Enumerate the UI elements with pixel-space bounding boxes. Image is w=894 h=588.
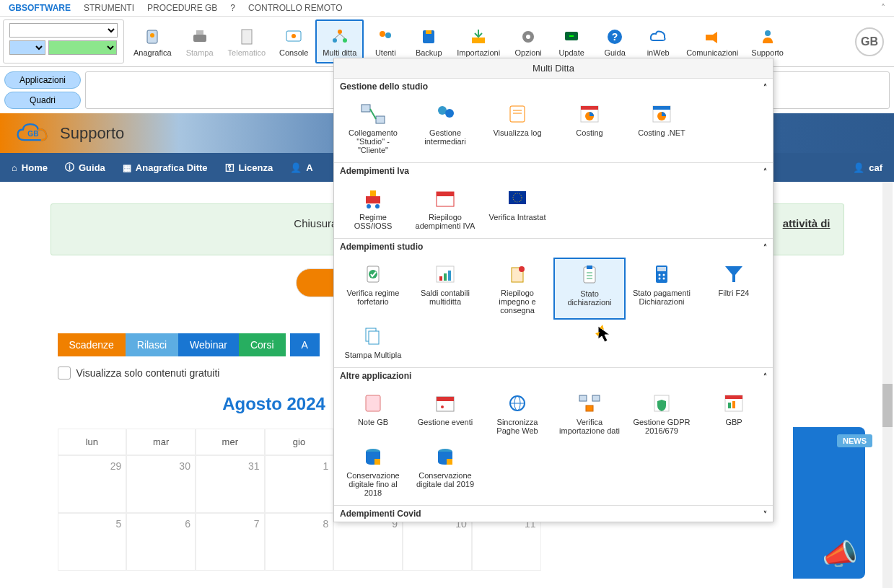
svg-rect-75 (592, 395, 600, 401)
item-label: Gestione intermediari (413, 128, 478, 146)
tab-corsi[interactable]: Corsi (239, 333, 286, 356)
ribbon-backup[interactable]: Backup (407, 19, 450, 63)
applicazioni-button[interactable]: Applicazioni (4, 71, 81, 89)
ribbon-multi-ditta[interactable]: Multi ditta (315, 19, 364, 63)
dropdown-section-altre-applicazioni[interactable]: Altre applicazioni˄ (334, 368, 773, 384)
dropdown-item-gbp[interactable]: GBP (698, 387, 770, 440)
ribbon-console[interactable]: Console (272, 19, 315, 63)
menubar-item-proceduregb[interactable]: PROCEDURE GB (147, 3, 217, 13)
dropdown-item-filtri-f24[interactable]: Filtri F24 (698, 258, 770, 320)
cal-cell[interactable]: 30 (126, 455, 196, 513)
ribbon-supporto[interactable]: Supporto (745, 19, 790, 63)
dropdown-item-verifica-regime-forfetario[interactable]: Verifica regime forfetario (337, 258, 409, 320)
menubar-item-gbsoftware[interactable]: GBSOFTWARE (9, 3, 71, 13)
dropdown-item-conservazione-digitale-fino-al[interactable]: Conservazione digitale fino al 2018 (337, 440, 409, 502)
dropdown-item-gestione-gdpr-2016-679[interactable]: Gestione GDPR 2016/679 (626, 387, 698, 440)
dropdown-item-gestione-intermediari[interactable]: Gestione intermediari (409, 97, 481, 159)
dropdown-item-verifica-importazione-dati[interactable]: Verifica importazione dati (553, 387, 626, 440)
scrollbar-thumb[interactable] (882, 384, 893, 427)
nav-user[interactable]: 👤caf (853, 162, 882, 173)
help-icon: ? (605, 27, 625, 47)
dropdown-item-collegamento-studio-cliente-[interactable]: Collegamento "Studio" - "Cliente" (337, 97, 409, 159)
item-label: Filtri F24 (719, 289, 750, 297)
cal-cell[interactable]: 31 (196, 455, 265, 513)
ribbon-stampa[interactable]: Stampa (178, 19, 222, 63)
dropdown-item-verifica-intrastat[interactable]: Verifica Intrastat (481, 182, 553, 235)
ribbon-anagrafica[interactable]: Anagrafica (127, 19, 178, 63)
tab-scadenze[interactable]: Scadenze (58, 333, 126, 356)
calred-icon (431, 392, 460, 415)
dropdown-section-adempimenti-covid[interactable]: Adempimenti Covid˅ (334, 506, 773, 522)
nav-home[interactable]: ⌂Home (12, 162, 48, 173)
dropdown-item-gestione-eventi[interactable]: Gestione eventi (409, 387, 481, 440)
comm-icon (702, 27, 722, 47)
notice-tail1: attività di (783, 217, 831, 229)
chevron-up-icon: ˄ (763, 372, 767, 380)
dropdown-item-costing[interactable]: Costing (553, 97, 626, 159)
svg-point-63 (659, 278, 661, 280)
company-select[interactable] (9, 23, 118, 38)
nav-guida[interactable]: ⓘGuida (65, 161, 105, 174)
ribbon-opzioni[interactable]: Opzioni (507, 19, 550, 63)
cloud-icon: GB (14, 120, 54, 147)
dropdown-section-adempimenti-studio[interactable]: Adempimenti studio˄ (334, 239, 773, 255)
dropdown-item-riepilogo-impegno-e-consegna[interactable]: Riepilogo impegno e consegna (481, 258, 553, 320)
item-label: GBP (725, 418, 742, 426)
context-select[interactable] (48, 40, 117, 55)
people-icon (431, 102, 460, 126)
svg-rect-74 (579, 395, 587, 401)
quadri-button[interactable]: Quadri (4, 92, 81, 109)
dropdown-section-gestione-dello-studio[interactable]: Gestione dello studio˄ (334, 79, 773, 95)
dropdown-item-note-gb[interactable]: Note GB (337, 387, 409, 440)
gratuiti-checkbox[interactable] (58, 367, 71, 379)
nav-licenza[interactable]: ⚿Licenza (225, 162, 273, 173)
eu-icon (503, 187, 532, 210)
cal-cell[interactable]: 6 (126, 513, 196, 571)
collapse-icon[interactable]: ˄ (881, 3, 885, 13)
item-label: Saldi contabili multiditta (413, 289, 478, 306)
cal-cell[interactable]: 7 (196, 513, 265, 571)
item-label: Collegamento "Studio" - "Cliente" (341, 128, 406, 154)
ribbon-update[interactable]: Update (550, 19, 593, 63)
ribbon-guida[interactable]: ?Guida (593, 19, 636, 63)
docpin-icon (503, 263, 532, 286)
dropdown-item-costing-net[interactable]: Costing .NET (626, 97, 698, 159)
menubar-item-strumenti[interactable]: STRUMENTI (84, 3, 134, 13)
ribbon-selects-group (3, 19, 124, 63)
menubar-item-help[interactable]: ? (230, 3, 235, 13)
cal-cell[interactable]: 5 (58, 513, 127, 571)
item-label: Conservazione digitale dal 2019 (413, 471, 478, 488)
menubar: GBSOFTWARE STRUMENTI PROCEDURE GB ? CONT… (0, 0, 894, 17)
year-select[interactable] (9, 40, 45, 55)
item-label: Riepilogo impegno e consegna (485, 289, 550, 315)
dropdown-section-adempimenti-iva[interactable]: Adempimenti Iva˄ (334, 163, 773, 179)
dropdown-item-stato-dichiarazioni[interactable]: Stato dichiarazioni (553, 258, 626, 320)
cal-cell[interactable]: 29 (58, 455, 127, 513)
ribbon-inweb[interactable]: inWeb (636, 19, 680, 63)
dropdown-item-sincronizza-paghe-web[interactable]: Sincronizza Paghe Web (481, 387, 553, 440)
ribbon-telematico[interactable]: Telematico (222, 19, 273, 63)
dropdown-item-stampa-multipla[interactable]: Stampa Multipla (337, 320, 409, 364)
tab-webinar[interactable]: Webinar (178, 333, 239, 356)
dropdown-item-stato-pagamenti-dichiarazioni[interactable]: Stato pagamenti Dichiarazioni (626, 258, 698, 320)
item-label: Stato dichiarazioni (558, 289, 621, 307)
item-label: Stampa Multipla (345, 351, 402, 359)
nav-truncated[interactable]: 👤A (290, 162, 312, 173)
svg-rect-50 (444, 273, 447, 281)
dropdown-item-conservazione-digitale-dal-201[interactable]: Conservazione digitale dal 2019 (409, 440, 481, 502)
dropdown-item-regime-oss-ioss[interactable]: Regime OSS/IOSS (337, 182, 409, 235)
tab-a[interactable]: A (290, 333, 320, 356)
cal-cell[interactable]: 8 (265, 513, 334, 571)
cal-cell[interactable]: 1 (265, 455, 334, 513)
ribbon-importazioni[interactable]: Importazioni (450, 19, 507, 63)
menubar-item-controllo[interactable]: CONTROLLO REMOTO (248, 3, 342, 13)
dropdown-item-visualizza-log[interactable]: Visualizza log (481, 97, 553, 159)
dropdown-item-riepilogo-adempimenti-iva[interactable]: Riepilogo adempimenti IVA (409, 182, 481, 235)
dropdown-item-saldi-contabili-multiditta[interactable]: Saldi contabili multiditta (409, 258, 481, 320)
tab-rilasci[interactable]: Rilasci (126, 333, 178, 356)
svg-rect-51 (448, 271, 451, 281)
ribbon-utenti[interactable]: Utenti (364, 19, 407, 63)
scrollbar-track[interactable] (882, 182, 893, 588)
ribbon-comunicazioni[interactable]: Comunicazioni (680, 19, 745, 63)
nav-anagrafica[interactable]: ▦Anagrafica Ditte (123, 162, 208, 173)
